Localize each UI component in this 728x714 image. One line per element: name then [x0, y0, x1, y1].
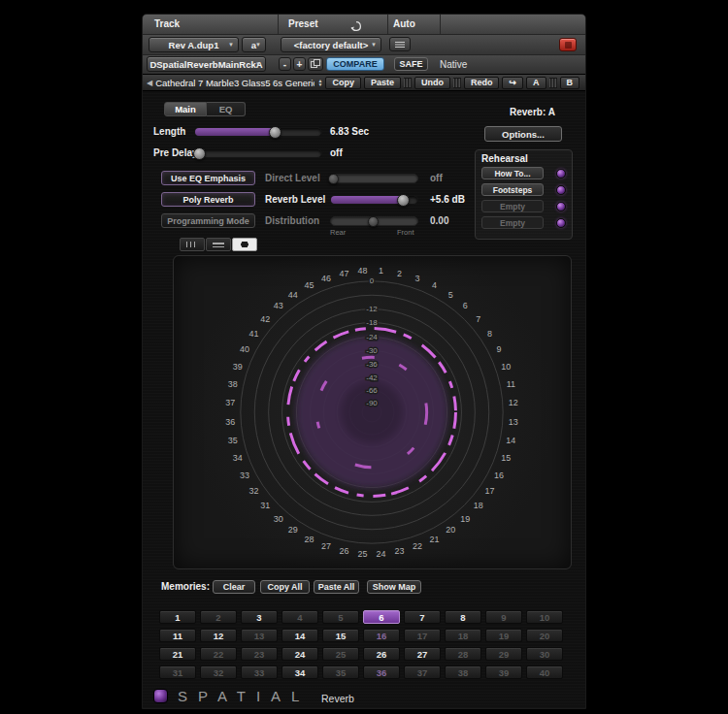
- memory-cell-24[interactable]: 24: [281, 647, 318, 661]
- memory-cell-35[interactable]: 35: [322, 665, 359, 679]
- librarian-menu-button[interactable]: [389, 37, 411, 51]
- memory-cell-13[interactable]: 13: [241, 629, 278, 642]
- tab-eq[interactable]: EQ: [207, 102, 246, 116]
- paste-setting-button[interactable]: Paste: [364, 77, 401, 89]
- memory-cell-23[interactable]: 23: [241, 647, 278, 661]
- memory-cell-33[interactable]: 33: [241, 665, 278, 679]
- rehearsal-led-icon[interactable]: [556, 202, 566, 211]
- channel-number: 25: [357, 549, 367, 559]
- memory-cell-2[interactable]: 2: [200, 610, 237, 624]
- view-mode-dot-button[interactable]: [232, 238, 257, 251]
- memory-cell-36[interactable]: 36: [363, 665, 400, 679]
- slider-knob[interactable]: [397, 194, 410, 207]
- undo-button[interactable]: Undo: [414, 77, 450, 89]
- memory-cell-19[interactable]: 19: [485, 629, 522, 642]
- redo-arrow-button[interactable]: ↪: [502, 77, 523, 89]
- playlist-selector[interactable]: a ▼: [242, 37, 266, 52]
- poly-reverb-button[interactable]: Poly Reverb: [161, 192, 255, 207]
- memory-cell-3[interactable]: 3: [241, 610, 278, 624]
- options-button[interactable]: Options...: [484, 126, 562, 142]
- memory-cell-1[interactable]: 1: [159, 610, 196, 624]
- slider-fill: [195, 128, 276, 136]
- view-mode-vertical-bars-button[interactable]: [180, 238, 205, 251]
- setting-b-button[interactable]: B: [560, 77, 580, 89]
- rehearsal-slot-2[interactable]: Footsteps: [481, 183, 544, 196]
- slider-knob[interactable]: [193, 147, 206, 160]
- preset-selector[interactable]: <factory default> ▼: [281, 37, 381, 52]
- channel-number: 36: [225, 417, 235, 427]
- view-mode-horizontal-bars-button[interactable]: [206, 238, 231, 251]
- channel-number: 20: [446, 525, 455, 535]
- setting-spinner[interactable]: ▲ ▼: [317, 79, 322, 86]
- rehearsal-slot-4[interactable]: Empty: [481, 216, 544, 229]
- use-eq-emphasis-button[interactable]: Use EQ Emphasis: [161, 171, 255, 185]
- compare-button[interactable]: COMPARE: [326, 57, 384, 71]
- channel-number: 47: [340, 269, 349, 278]
- slider-knob[interactable]: [269, 126, 281, 139]
- memory-cell-5[interactable]: 5: [322, 610, 359, 624]
- memory-cell-6[interactable]: 6: [363, 610, 400, 624]
- length-slider[interactable]: [194, 127, 322, 137]
- redo-button[interactable]: Redo: [464, 77, 500, 89]
- copy-settings-button[interactable]: [308, 57, 323, 71]
- reverb-level-slider[interactable]: [330, 195, 418, 205]
- memory-cell-17[interactable]: 17: [404, 629, 441, 642]
- memory-cell-9[interactable]: 9: [485, 610, 522, 624]
- memory-cell-4[interactable]: 4: [281, 610, 318, 624]
- memory-cell-38[interactable]: 38: [445, 665, 481, 679]
- memory-cell-25[interactable]: 25: [322, 647, 359, 661]
- plugin-selector[interactable]: DSpatialReverbMainRckA ▼: [147, 56, 266, 72]
- memory-cell-16[interactable]: 16: [363, 629, 400, 642]
- rehearsal-led-icon[interactable]: [556, 169, 566, 178]
- setting-a-button[interactable]: A: [526, 77, 546, 89]
- copy-setting-button[interactable]: Copy: [325, 77, 361, 89]
- compare-minus-button[interactable]: -: [279, 57, 291, 71]
- memory-cell-14[interactable]: 14: [281, 629, 318, 642]
- pre-delay-slider[interactable]: [194, 148, 322, 158]
- plugin-header-row3: DSpatialReverbMainRckA ▼ - + COMPARE SAF…: [143, 55, 585, 75]
- safe-button[interactable]: SAFE: [394, 57, 428, 71]
- memory-cell-32[interactable]: 32: [200, 665, 237, 679]
- memory-cell-31[interactable]: 31: [159, 665, 196, 679]
- memory-cell-39[interactable]: 39: [485, 665, 522, 679]
- memory-cell-29[interactable]: 29: [485, 647, 522, 661]
- channel-number: 15: [501, 453, 511, 463]
- rehearsal-led-icon[interactable]: [556, 185, 566, 195]
- memory-cell-40[interactable]: 40: [526, 665, 563, 679]
- memory-cell-27[interactable]: 27: [404, 647, 441, 661]
- memory-cell-10[interactable]: 10: [526, 610, 563, 624]
- rehearsal-led-icon[interactable]: [556, 218, 566, 228]
- memory-cell-7[interactable]: 7: [404, 610, 441, 624]
- plugin-target-button[interactable]: [559, 38, 577, 51]
- memories-copy-all-button[interactable]: Copy All: [260, 580, 310, 594]
- memory-cell-37[interactable]: 37: [404, 665, 441, 679]
- memories-show-map-button[interactable]: Show Map: [367, 580, 421, 594]
- memory-cell-12[interactable]: 12: [200, 629, 237, 642]
- memory-cell-15[interactable]: 15: [322, 629, 359, 642]
- memories-paste-all-button[interactable]: Paste All: [314, 580, 359, 594]
- distribution-value: 0.00: [430, 215, 448, 226]
- compare-plus-button[interactable]: +: [293, 57, 306, 71]
- rehearsal-slot-3[interactable]: Empty: [481, 200, 544, 212]
- memory-cell-8[interactable]: 8: [445, 610, 481, 624]
- memory-cell-34[interactable]: 34: [281, 665, 318, 679]
- setting-name[interactable]: Cathedral 7 Marble3 Glass5 6s Generic: [155, 78, 314, 88]
- collapse-arrow-icon[interactable]: ◀: [147, 79, 152, 87]
- reverb-distribution-display[interactable]: 0-12-18-24-30-36-42-66-90123456789101112…: [173, 255, 572, 569]
- memory-cell-11[interactable]: 11: [159, 629, 196, 642]
- memory-cell-20[interactable]: 20: [526, 629, 563, 642]
- preset-cycle-icon[interactable]: [350, 18, 362, 36]
- memory-cell-28[interactable]: 28: [445, 647, 481, 661]
- programming-mode-button[interactable]: Programming Mode: [161, 213, 255, 228]
- header-divider: [387, 15, 388, 34]
- memory-cell-22[interactable]: 22: [200, 647, 237, 661]
- memory-cell-18[interactable]: 18: [445, 629, 481, 642]
- rehearsal-slot-1[interactable]: How To...: [481, 167, 544, 179]
- memory-cell-21[interactable]: 21: [159, 647, 196, 661]
- channel-number: 17: [484, 486, 494, 496]
- memory-cell-26[interactable]: 26: [363, 647, 400, 661]
- memories-clear-button[interactable]: Clear: [213, 580, 255, 594]
- track-selector[interactable]: Rev A.dup1 ▼: [149, 37, 239, 52]
- memory-cell-30[interactable]: 30: [526, 647, 563, 661]
- tab-main[interactable]: Main: [164, 102, 207, 116]
